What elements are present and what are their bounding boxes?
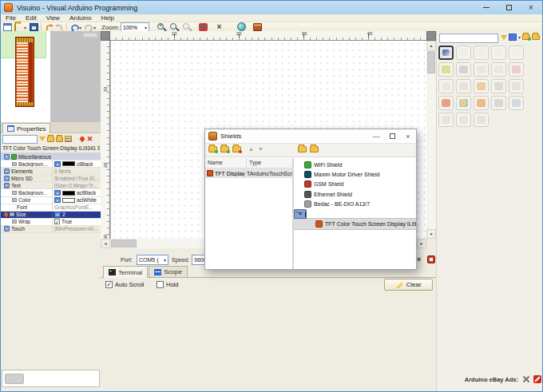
palette-component-button[interactable]	[474, 113, 489, 127]
tree-item[interactable]: Bedac - BE-DIO A13/7	[294, 200, 416, 209]
close-panel-icon[interactable]: ✕	[86, 136, 93, 142]
tree-item[interactable]: TFT Color Touch Screen Display ILI9341 S…	[294, 219, 416, 228]
palette-component-button[interactable]	[491, 46, 506, 60]
delete-icon[interactable]: ×	[215, 23, 224, 31]
palette-component-button[interactable]	[456, 113, 471, 127]
value-dropdown-icon[interactable]: ▾	[54, 161, 61, 167]
palette-component-button[interactable]	[509, 62, 524, 77]
value-checkbox[interactable]: ✓	[54, 219, 60, 224]
scroll-up-icon[interactable]: ▲	[426, 41, 436, 50]
terminal-tab[interactable]: Scope	[149, 266, 188, 277]
palette-component-button[interactable]	[438, 113, 454, 127]
expander-icon[interactable]	[4, 154, 10, 160]
expand-all-icon[interactable]	[298, 146, 307, 152]
maximize-button[interactable]	[497, 1, 520, 14]
property-row[interactable]: Wrap ▾ ✓ True	[1, 219, 101, 226]
view-mode-icon[interactable]	[509, 34, 517, 41]
forward-arrow-icon[interactable]	[55, 23, 64, 31]
close-button[interactable]: ×	[520, 1, 542, 14]
preview-scrollbar[interactable]	[83, 33, 97, 38]
tree-item[interactable]: WiFi Shield	[294, 160, 416, 169]
zoom-in-icon[interactable]	[157, 23, 164, 30]
palette-component-button[interactable]	[491, 79, 506, 93]
back-arrow-icon[interactable]	[45, 23, 54, 31]
palette-component-button[interactable]	[456, 79, 471, 93]
palette-component-button[interactable]	[438, 96, 454, 110]
value-dropdown-icon[interactable]: ▾	[54, 197, 61, 203]
tree-item[interactable]: Displays	[294, 209, 307, 219]
expander-icon[interactable]	[4, 226, 10, 232]
menu-item[interactable]: Edit	[21, 14, 42, 22]
property-row[interactable]: Miscellaneous ▾ ✓	[1, 153, 101, 160]
clear-button[interactable]: Clear	[384, 279, 433, 291]
palette-component-button[interactable]	[438, 62, 454, 77]
auto-scroll-checkbox[interactable]: ✓ Auto Scroll	[105, 281, 144, 288]
palette-component-button[interactable]	[438, 79, 454, 93]
shield-list-row[interactable]: TFT Display TArduinoTouchScree...	[205, 168, 292, 178]
new-folder-icon[interactable]	[522, 34, 530, 40]
palette-component-button[interactable]	[491, 62, 506, 77]
palette-component-button[interactable]	[474, 46, 489, 60]
view-dropdown-icon[interactable]: ▾	[518, 34, 521, 40]
zoom-out-icon[interactable]	[170, 23, 176, 30]
terminal-tab[interactable]: Terminal	[103, 266, 148, 278]
vscroll-thumb[interactable]	[427, 51, 435, 73]
menu-item[interactable]: File	[1, 14, 21, 22]
add-shield-icon[interactable]	[208, 146, 217, 152]
expand-all-icon[interactable]	[47, 137, 54, 142]
property-row[interactable]: Backgroun... ▾ ✓ clBlack	[1, 160, 101, 168]
palette-component-button[interactable]	[474, 96, 489, 110]
zoom-fit-icon[interactable]	[183, 23, 189, 30]
open-dropdown-icon[interactable]: ▾	[24, 25, 26, 30]
expand-folders-icon[interactable]	[532, 34, 540, 40]
value-dropdown-icon[interactable]: ▾	[54, 212, 61, 217]
palette-component-button[interactable]	[456, 62, 471, 77]
value-dropdown-icon[interactable]: ▾	[54, 190, 61, 196]
move-down-icon[interactable]: ▼	[258, 146, 264, 152]
palette-search-input[interactable]	[439, 34, 498, 43]
collapse-all-icon[interactable]	[56, 137, 63, 142]
dialog-maximize-button[interactable]	[384, 129, 400, 143]
collapse-all-icon[interactable]	[310, 146, 319, 152]
menu-item[interactable]: Arduino	[65, 14, 97, 22]
scroll-down-icon[interactable]: ▼	[426, 229, 436, 239]
properties-filter-input[interactable]	[2, 135, 38, 144]
web-icon[interactable]	[237, 22, 246, 31]
hold-checkbox[interactable]: Hold	[157, 281, 178, 288]
expander-icon[interactable]	[4, 168, 10, 174]
tree-item[interactable]: GSM Shield	[294, 180, 416, 189]
palette-component-button[interactable]	[474, 79, 489, 93]
undo-dropdown-icon[interactable]: ▾	[79, 25, 81, 30]
port-combo[interactable]: COM5 (▾	[137, 255, 168, 265]
expander-icon[interactable]	[4, 183, 10, 188]
ebay-icon[interactable]	[533, 375, 541, 383]
checkbox-icon[interactable]: ✓	[105, 281, 113, 288]
minimize-button[interactable]	[475, 1, 497, 14]
tree-item[interactable]: Maxim Motor Driver Shield	[294, 169, 416, 179]
menu-item[interactable]: Help	[96, 14, 118, 22]
undo-icon[interactable]	[70, 23, 79, 31]
add-child-shield-icon[interactable]	[220, 146, 229, 152]
redo-dropdown-icon[interactable]: ▾	[93, 25, 96, 30]
stop-icon[interactable]	[427, 255, 435, 263]
disconnect-icon[interactable]: ×	[417, 255, 421, 263]
tft-shield-graphic[interactable]	[15, 37, 34, 107]
build-icon[interactable]	[199, 23, 208, 31]
palette-component-button[interactable]	[509, 46, 524, 60]
palette-component-button[interactable]	[456, 46, 471, 60]
property-row[interactable]: Touch ▾ ✓ [MinPressure=40...	[1, 226, 101, 233]
filter-icon[interactable]	[501, 35, 507, 40]
palette-component-button[interactable]	[509, 96, 524, 110]
property-row[interactable]: Color ▾ ✓ aclWhite	[1, 197, 101, 204]
property-row[interactable]: Elements ▾ ✓ 0 Items	[1, 168, 101, 175]
property-row[interactable]: Size ▾ ✓ 2	[1, 212, 101, 219]
save-project-icon[interactable]	[30, 23, 38, 31]
board-preview[interactable]	[1, 31, 101, 122]
expander-icon[interactable]	[4, 176, 10, 181]
delete-shield-icon[interactable]	[232, 146, 241, 152]
expand-caret-icon[interactable]	[298, 212, 303, 216]
property-row[interactable]: Backgroun.. ▾ ✓ aclBlack	[1, 189, 101, 196]
column-type[interactable]: Type	[247, 158, 261, 168]
move-up-icon[interactable]: ▲	[248, 146, 254, 152]
new-project-icon[interactable]	[3, 23, 12, 31]
